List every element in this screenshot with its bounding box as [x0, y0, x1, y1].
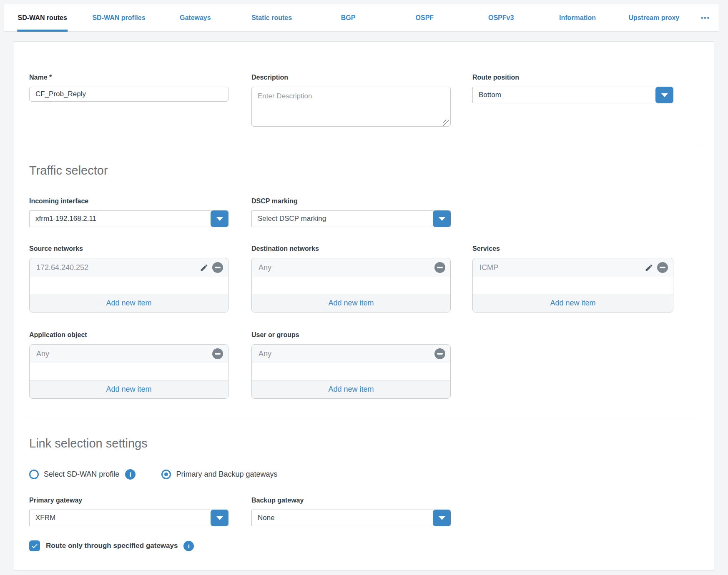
- list-item-text: Any: [259, 263, 271, 272]
- add-new-item-button[interactable]: Add new item: [30, 380, 228, 398]
- route-position-value: Bottom: [479, 91, 501, 99]
- section-divider: [29, 419, 699, 419]
- destination-networks-label: Destination networks: [251, 245, 451, 253]
- source-networks-label: Source networks: [29, 245, 228, 253]
- list-item: ICMP: [473, 258, 673, 277]
- chevron-down-icon[interactable]: [433, 210, 451, 227]
- tab-label: SD-WAN profiles: [92, 14, 145, 22]
- incoming-interface-label: Incoming interface: [29, 197, 228, 205]
- remove-icon[interactable]: [657, 262, 668, 273]
- list-empty-space: [473, 277, 673, 294]
- tab-information[interactable]: Information: [539, 4, 615, 31]
- user-or-groups-label: User or groups: [251, 331, 451, 339]
- tab-sd-wan-routes[interactable]: SD-WAN routes: [4, 4, 80, 31]
- add-new-item-button[interactable]: Add new item: [473, 294, 673, 312]
- tab-label: Gateways: [180, 14, 211, 22]
- route-only-label: Route only through specified gateways: [46, 542, 178, 550]
- caret-glyph: [439, 217, 445, 221]
- radio-label: Select SD-WAN profile: [44, 470, 119, 479]
- sd-wan-route-form: Name * Description Route position Bottom…: [14, 41, 714, 571]
- radio-select-sd-wan-profile[interactable]: Select SD-WAN profile i: [29, 469, 136, 480]
- dscp-marking-select[interactable]: Select DSCP marking: [251, 210, 451, 227]
- list-item-text: ICMP: [479, 263, 498, 272]
- route-position-select[interactable]: Bottom: [472, 87, 673, 103]
- route-only-checkbox[interactable]: [29, 540, 40, 551]
- chevron-down-icon[interactable]: [211, 210, 228, 227]
- backup-gateway-value: None: [258, 514, 275, 522]
- more-tabs-button[interactable]: •••: [692, 4, 719, 31]
- tab-bar: SD-WAN routes SD-WAN profiles Gateways S…: [4, 4, 719, 32]
- backup-gateway-select[interactable]: None: [251, 510, 451, 526]
- user-or-groups-list: Any Add new item: [251, 344, 451, 399]
- checkmark-icon: [31, 542, 38, 550]
- list-item: 172.64.240.252: [30, 258, 228, 277]
- application-object-label: Application object: [29, 331, 228, 339]
- dscp-marking-label: DSCP marking: [251, 197, 451, 205]
- list-item: Any: [30, 345, 228, 363]
- ellipsis-icon: •••: [701, 14, 710, 21]
- remove-icon[interactable]: [212, 348, 223, 359]
- backup-gateway-label: Backup gateway: [251, 496, 451, 505]
- name-label: Name *: [29, 73, 228, 82]
- list-item-text: 172.64.240.252: [36, 263, 88, 272]
- list-item: Any: [252, 258, 450, 277]
- tab-label: BGP: [341, 14, 356, 22]
- radio-selected-icon[interactable]: [161, 470, 171, 479]
- list-item-text: Any: [36, 350, 49, 358]
- edit-icon[interactable]: [644, 262, 654, 272]
- source-networks-list: 172.64.240.252 Add new item: [29, 258, 228, 312]
- tab-label: Static routes: [251, 14, 292, 22]
- caret-glyph: [216, 217, 223, 221]
- radio-label: Primary and Backup gateways: [176, 470, 277, 479]
- list-empty-space: [252, 363, 450, 380]
- add-new-item-button[interactable]: Add new item: [252, 380, 450, 398]
- chevron-down-icon[interactable]: [655, 87, 673, 103]
- tab-label: Upstream proxy: [628, 14, 679, 22]
- primary-gateway-label: Primary gateway: [29, 496, 228, 505]
- remove-icon[interactable]: [434, 262, 445, 273]
- tab-ospfv3[interactable]: OSPFv3: [463, 4, 539, 31]
- edit-icon[interactable]: [199, 262, 209, 272]
- tab-label: OSPF: [416, 14, 434, 22]
- list-item-text: Any: [259, 350, 271, 358]
- tab-gateways[interactable]: Gateways: [157, 4, 233, 31]
- list-item: Any: [252, 345, 450, 363]
- chevron-down-icon[interactable]: [433, 510, 451, 526]
- tab-label: Information: [559, 14, 596, 22]
- info-icon[interactable]: i: [125, 469, 136, 480]
- radio-unselected-icon[interactable]: [29, 470, 39, 479]
- caret-glyph: [439, 516, 445, 520]
- tab-bgp[interactable]: BGP: [310, 4, 386, 31]
- resize-handle[interactable]: [443, 120, 449, 126]
- tab-upstream-proxy[interactable]: Upstream proxy: [616, 4, 692, 31]
- tab-ospf[interactable]: OSPF: [387, 4, 463, 31]
- tab-static-routes[interactable]: Static routes: [233, 4, 310, 31]
- radio-primary-backup-gateways[interactable]: Primary and Backup gateways: [161, 470, 277, 479]
- description-label: Description: [251, 73, 451, 82]
- description-textarea[interactable]: [251, 87, 451, 127]
- list-empty-space: [30, 277, 228, 294]
- name-input[interactable]: [29, 87, 228, 102]
- remove-icon[interactable]: [434, 348, 445, 359]
- chevron-down-icon[interactable]: [211, 510, 228, 526]
- tab-sd-wan-profiles[interactable]: SD-WAN profiles: [80, 4, 157, 31]
- list-empty-space: [252, 277, 450, 294]
- route-position-label: Route position: [472, 73, 673, 82]
- services-list: ICMP Add new item: [472, 258, 673, 312]
- list-empty-space: [30, 363, 228, 380]
- caret-glyph: [661, 93, 668, 97]
- incoming-interface-value: xfrm1-192.168.2.11: [35, 215, 96, 223]
- remove-icon[interactable]: [212, 262, 223, 273]
- add-new-item-button[interactable]: Add new item: [30, 294, 228, 312]
- info-icon[interactable]: i: [183, 541, 194, 551]
- section-divider: [29, 146, 699, 146]
- primary-gateway-value: XFRM: [35, 514, 55, 522]
- traffic-selector-title: Traffic selector: [29, 163, 699, 178]
- primary-gateway-select[interactable]: XFRM: [29, 510, 228, 526]
- incoming-interface-select[interactable]: xfrm1-192.168.2.11: [29, 210, 228, 227]
- tab-label: SD-WAN routes: [18, 14, 67, 22]
- application-object-list: Any Add new item: [29, 344, 228, 399]
- services-label: Services: [472, 245, 673, 253]
- add-new-item-button[interactable]: Add new item: [252, 294, 450, 312]
- destination-networks-list: Any Add new item: [251, 258, 451, 312]
